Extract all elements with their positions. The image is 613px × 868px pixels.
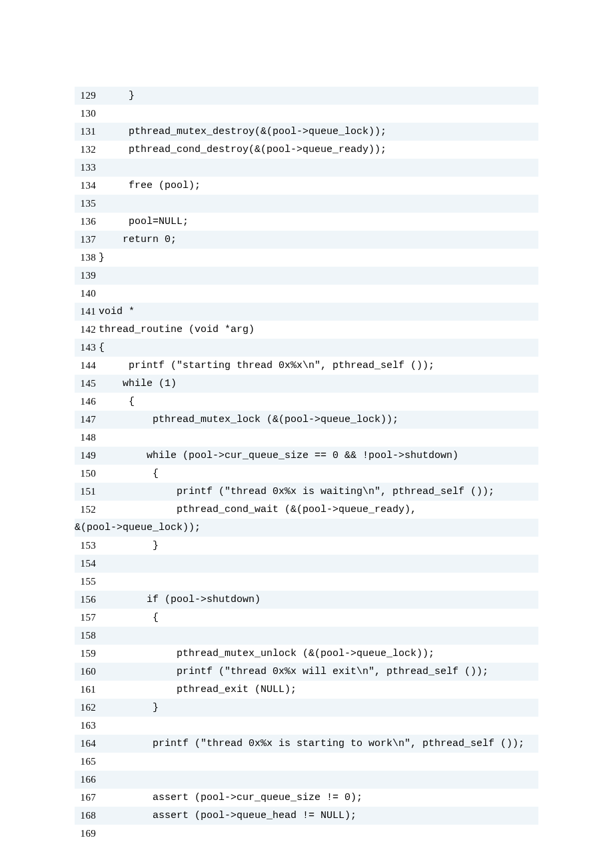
line-number: 166 [75,771,99,789]
code-text [99,159,141,177]
code-line: 150 { [75,465,538,483]
code-text: return 0; [99,231,189,249]
line-number: 146 [75,393,99,411]
code-line: 166 [75,771,538,789]
line-number: 168 [75,807,99,825]
code-line: 151 printf ("thread 0x%x is waiting\n", … [75,483,538,501]
code-text [99,285,105,303]
code-line: 163 [75,717,538,735]
code-line: 132 pthread_cond_destroy(&(pool->queue_r… [75,141,538,159]
code-text: pool=NULL; [99,213,201,231]
code-text [99,105,105,123]
code-line: 147 pthread_mutex_lock (&(pool->queue_lo… [75,411,538,429]
line-number: 164 [75,735,99,753]
line-number: 159 [75,645,99,663]
code-text: pthread_mutex_unlock (&(pool->queue_lock… [99,645,446,663]
code-line: 162 } [75,699,538,717]
line-number: 152 [75,501,99,519]
code-line-continuation: &(pool->queue_lock)); [75,519,538,537]
line-number: 157 [75,609,99,627]
code-line: 158 [75,627,538,645]
code-line: 168 assert (pool->queue_head != NULL); [75,807,538,825]
line-number: 142 [75,321,99,339]
code-line: 145 while (1) [75,375,538,393]
line-number: 149 [75,447,99,465]
line-number: 151 [75,483,99,501]
code-line: 136 pool=NULL; [75,213,538,231]
line-number: 135 [75,195,99,213]
line-number: 153 [75,537,99,555]
code-text [99,627,183,645]
code-line: 135 [75,195,538,213]
code-text: { [99,393,147,411]
code-text: { [99,465,171,483]
code-line: 167 assert (pool->cur_queue_size != 0); [75,789,538,807]
code-text: thread_routine (void *arg) [99,321,267,339]
code-line: 144 printf ("starting thread 0x%x\n", pt… [75,357,538,375]
line-number: 169 [75,825,99,843]
code-line: 146 { [75,393,538,411]
code-line: 161 pthread_exit (NULL); [75,681,538,699]
code-line: 169 [75,825,538,843]
line-number: 162 [75,699,99,717]
code-text: printf ("thread 0x%x is starting to work… [99,735,524,753]
code-line: 143{ [75,339,538,357]
code-page: 129 } 130 131 pthread_mutex_destroy(&(po… [0,0,613,868]
code-line: 157 { [75,609,538,627]
code-text: while (pool->cur_queue_size == 0 && !poo… [99,447,470,465]
line-number: 163 [75,717,99,735]
code-text: void * [99,303,147,321]
line-number: 144 [75,357,99,375]
code-line: 129 } [75,87,538,105]
code-text: } [99,699,171,717]
code-text: pthread_mutex_destroy(&(pool->queue_lock… [99,123,398,141]
code-line: 131 pthread_mutex_destroy(&(pool->queue_… [75,123,538,141]
line-number: 167 [75,789,99,807]
code-line: 140 [75,285,538,303]
line-number: 158 [75,627,99,645]
code-text [99,429,123,447]
line-number: 134 [75,177,99,195]
code-text: pthread_cond_destroy(&(pool->queue_ready… [99,141,398,159]
code-line: 152 pthread_cond_wait (&(pool->queue_rea… [75,501,538,519]
code-line: 159 pthread_mutex_unlock (&(pool->queue_… [75,645,538,663]
line-number: 140 [75,285,99,303]
line-number: 132 [75,141,99,159]
line-number: 160 [75,663,99,681]
line-number: 143 [75,339,99,357]
line-number: 148 [75,429,99,447]
code-line: 133 [75,159,538,177]
line-number: 161 [75,681,99,699]
code-text: pthread_exit (NULL); [99,681,308,699]
code-text: printf ("thread 0x%x will exit\n", pthre… [99,663,500,681]
line-number: 165 [75,753,99,771]
code-line: 164 printf ("thread 0x%x is starting to … [75,735,538,753]
code-text [99,573,159,591]
code-text [99,771,159,789]
line-number: 145 [75,375,99,393]
code-text: pthread_mutex_lock (&(pool->queue_lock))… [99,411,410,429]
code-line: 137 return 0; [75,231,538,249]
code-text: assert (pool->queue_head != NULL); [99,807,368,825]
line-number: 138 [75,249,99,267]
line-number: 155 [75,573,99,591]
code-line: 138} [75,249,538,267]
code-text [99,555,105,573]
line-number: 137 [75,231,99,249]
code-line: 134 free (pool); [75,177,538,195]
code-line: 142thread_routine (void *arg) [75,321,538,339]
line-number: 147 [75,411,99,429]
code-text [99,195,135,213]
code-line: 139 [75,267,538,285]
line-number: 156 [75,591,99,609]
code-line: 153 } [75,537,538,555]
code-text: &(pool->queue_lock)); [75,519,213,537]
line-number: 131 [75,123,99,141]
line-number: 136 [75,213,99,231]
code-line: 141void * [75,303,538,321]
code-text: } [99,249,117,267]
line-number: 139 [75,267,99,285]
code-text: { [99,339,117,357]
code-line: 149 while (pool->cur_queue_size == 0 && … [75,447,538,465]
line-number: 150 [75,465,99,483]
